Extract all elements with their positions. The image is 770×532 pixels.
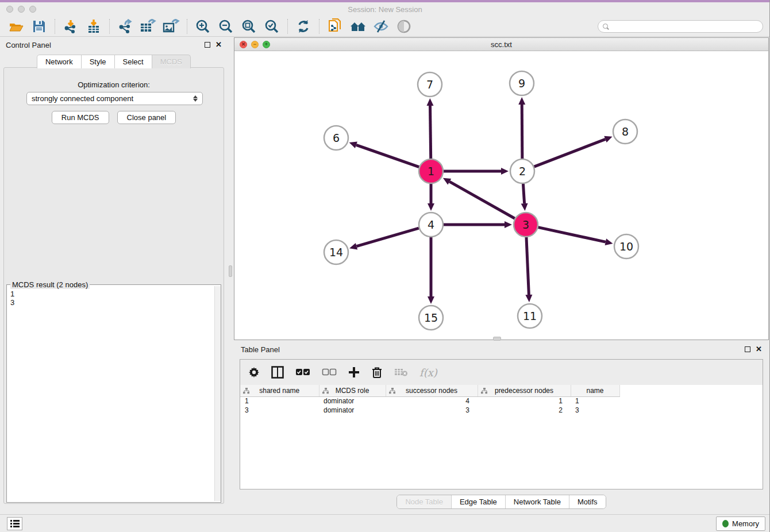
network-window-titlebar[interactable]: ✕ − + scc.txt — [234, 38, 768, 51]
network-graph[interactable]: 7968124314101511 — [234, 51, 768, 340]
table-row[interactable]: 1 dominator 4 1 1 — [240, 396, 763, 406]
network-minimize-button[interactable]: − — [251, 41, 259, 48]
table-row[interactable]: 3 dominator 3 2 3 — [240, 406, 763, 415]
zoom-selected-icon[interactable] — [263, 18, 280, 34]
graph-node-label-9: 9 — [518, 77, 525, 90]
hide-details-icon[interactable] — [372, 18, 390, 34]
add-icon[interactable] — [348, 367, 360, 378]
deselect-all-icon[interactable] — [322, 368, 337, 376]
network-close-button[interactable]: ✕ — [240, 41, 247, 48]
export-image-icon[interactable] — [163, 18, 180, 34]
gear-icon[interactable] — [248, 367, 260, 378]
graph-arrowhead-1-6 — [349, 142, 357, 148]
graph-edge-1-6[interactable] — [356, 145, 419, 167]
zoom-in-icon[interactable] — [194, 18, 211, 34]
cell-successor-nodes[interactable]: 4 — [386, 396, 478, 406]
clone-network-icon[interactable] — [326, 18, 344, 34]
float-panel-icon[interactable] — [205, 42, 210, 48]
graph-edge-3-10[interactable] — [538, 228, 605, 242]
graph-node-label-15: 15 — [424, 311, 438, 324]
vertical-splitter-grip[interactable] — [229, 265, 232, 277]
function-icon[interactable]: f(x) — [419, 367, 437, 379]
optimization-criterion-select[interactable]: strongly connected component — [26, 92, 203, 105]
app-titlebar: Session: New Session — [0, 2, 770, 16]
graph-edge-2-3[interactable] — [523, 184, 524, 203]
close-panel-icon[interactable]: ✕ — [215, 42, 222, 48]
close-table-panel-icon[interactable]: ✕ — [756, 346, 762, 352]
control-panel-tabs: Network Style Select MCDS — [0, 55, 228, 68]
graph-edge-3-1[interactable] — [449, 182, 515, 218]
tab-style[interactable]: Style — [82, 55, 115, 68]
home-layout-icon[interactable] — [349, 18, 367, 34]
memory-status-icon — [722, 520, 729, 527]
status-bar: Memory — [0, 514, 770, 532]
zoom-window-button[interactable] — [29, 6, 36, 13]
cell-name[interactable]: 3 — [571, 406, 619, 415]
app-title: Session: New Session — [0, 5, 770, 14]
import-table-icon[interactable] — [85, 18, 102, 34]
window-controls[interactable] — [6, 6, 36, 13]
column-header-mcds-role[interactable]: MCDS role — [319, 385, 386, 396]
refresh-icon[interactable] — [295, 18, 312, 34]
cell-mcds-role[interactable]: dominator — [319, 396, 386, 406]
cell-shared-name[interactable]: 3 — [240, 406, 319, 415]
import-network-icon[interactable] — [62, 18, 79, 34]
tab-network[interactable]: Network — [37, 55, 82, 68]
export-network-icon[interactable] — [117, 18, 134, 34]
tab-edge-table[interactable]: Edge Table — [451, 495, 505, 508]
graph-edge-4-14[interactable] — [357, 228, 419, 246]
task-history-button[interactable] — [7, 517, 22, 530]
show-details-icon[interactable] — [395, 18, 413, 34]
graph-edge-2-8[interactable] — [534, 139, 606, 167]
graph-node-label-11: 11 — [523, 310, 537, 322]
memory-button[interactable]: Memory — [716, 516, 765, 531]
delete-table-icon[interactable] — [394, 368, 408, 377]
zoom-out-icon[interactable] — [217, 18, 234, 34]
tab-node-table[interactable]: Node Table — [397, 495, 451, 508]
network-canvas[interactable]: 7968124314101511 — [234, 51, 768, 340]
network-maximize-button[interactable]: + — [263, 41, 270, 48]
cell-shared-name[interactable]: 1 — [240, 396, 319, 406]
mcds-result-text[interactable]: 1 3 — [7, 287, 214, 502]
cell-predecessor-nodes[interactable]: 2 — [478, 406, 571, 415]
cell-predecessor-nodes[interactable]: 1 — [478, 396, 571, 406]
node-table: shared name MCDS role successor nodes pr… — [240, 385, 763, 415]
tab-select[interactable]: Select — [115, 55, 152, 68]
minimize-window-button[interactable] — [18, 6, 25, 13]
tab-mcds[interactable]: MCDS — [152, 55, 191, 68]
graph-node-label-3: 3 — [522, 218, 529, 231]
column-header-successor-nodes[interactable]: successor nodes — [386, 385, 478, 396]
search-input[interactable] — [598, 20, 763, 33]
mcds-result-scrollbar[interactable] — [214, 286, 221, 501]
horizontal-splitter-grip[interactable] — [493, 337, 501, 341]
save-icon[interactable] — [30, 18, 48, 34]
table-panel: Table Panel ✕ — [234, 342, 769, 514]
optimization-criterion-label: Optimization criterion: — [4, 80, 224, 89]
graph-edge-1-7[interactable] — [430, 106, 430, 159]
cell-name[interactable]: 1 — [571, 396, 619, 406]
toolbar-separator — [319, 19, 319, 34]
float-table-panel-icon[interactable] — [745, 346, 750, 352]
graph-node-label-8: 8 — [622, 125, 629, 138]
tab-network-table[interactable]: Network Table — [505, 495, 569, 508]
export-table-icon[interactable] — [140, 18, 157, 34]
zoom-fit-icon[interactable] — [240, 18, 257, 34]
tree-icon — [481, 388, 487, 396]
graph-edge-3-11[interactable] — [526, 237, 529, 295]
column-header-predecessor-nodes[interactable]: predecessor nodes — [478, 385, 571, 396]
run-mcds-button[interactable]: Run MCDS — [52, 111, 109, 124]
column-header-shared-name[interactable]: shared name — [240, 385, 319, 396]
column-header-name[interactable]: name — [571, 385, 619, 396]
close-window-button[interactable] — [6, 6, 13, 13]
graph-arrowhead-2-9 — [518, 97, 525, 105]
close-panel-button[interactable]: Close panel — [117, 111, 176, 124]
select-all-icon[interactable] — [295, 368, 310, 376]
mcds-tab-content: Optimization criterion: strongly connect… — [3, 67, 224, 504]
graph-edge-2-9[interactable] — [522, 105, 522, 159]
delete-icon[interactable] — [371, 366, 383, 379]
column-icon[interactable] — [271, 366, 284, 379]
cell-mcds-role[interactable]: dominator — [319, 406, 386, 415]
open-folder-icon[interactable] — [7, 18, 25, 34]
tab-motifs[interactable]: Motifs — [569, 495, 606, 508]
cell-successor-nodes[interactable]: 3 — [386, 406, 478, 415]
